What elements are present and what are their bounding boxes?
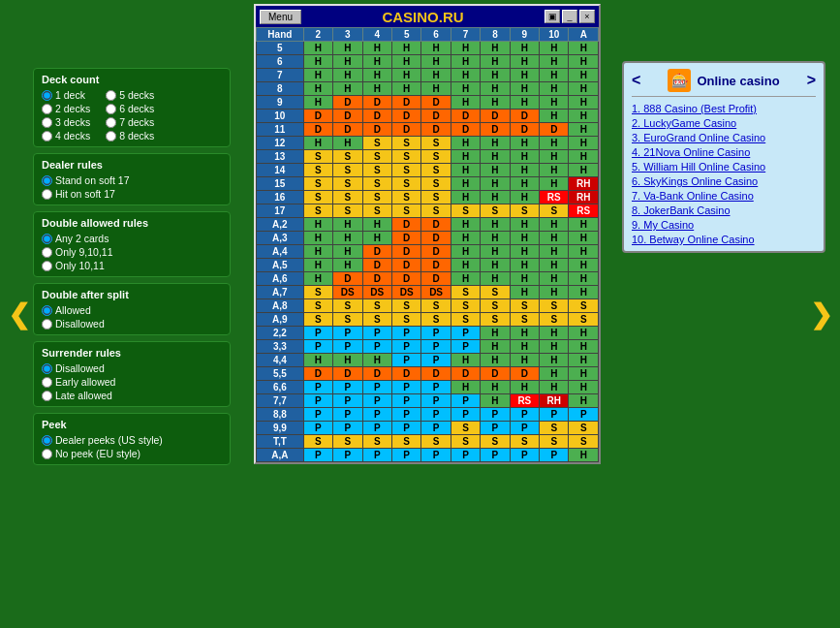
strategy-cell: S xyxy=(540,313,569,327)
strategy-cell: P xyxy=(333,340,362,354)
strategy-cell: D xyxy=(391,110,420,123)
strategy-cell: P xyxy=(303,340,332,354)
strategy-cell: H xyxy=(540,245,569,259)
strategy-cell: P xyxy=(362,327,391,340)
surrender-late-option[interactable]: Late allowed xyxy=(42,390,222,401)
strategy-cell: H xyxy=(510,150,539,164)
strategy-cell: P xyxy=(540,449,569,462)
double-10-11-option[interactable]: Only 10,11 xyxy=(42,260,222,271)
left-nav-arrow[interactable]: ❮ xyxy=(8,298,30,330)
right-nav-arrow[interactable]: ❯ xyxy=(810,298,832,330)
table-header-3: 3 xyxy=(333,28,362,42)
strategy-cell: S xyxy=(362,150,391,164)
casino-list-item-8[interactable]: 8. JokerBank Casino xyxy=(632,204,816,216)
surrender-early-option[interactable]: Early allowed xyxy=(42,376,222,388)
strategy-cell: H xyxy=(481,96,510,110)
table-header-2: 2 xyxy=(303,28,332,42)
strategy-cell: H xyxy=(569,394,599,408)
title-bar: Menu CASINO.RU ▣ _ × xyxy=(256,6,599,27)
strategy-cell: H xyxy=(303,96,332,110)
surrender-disallowed-option[interactable]: Disallowed xyxy=(42,362,222,374)
casino-list-item-6[interactable]: 6. SkyKings Online Casino xyxy=(632,175,816,187)
table-row: 9HDDDDHHHHH xyxy=(257,96,599,110)
strategy-cell: S xyxy=(540,435,569,449)
strategy-cell: H xyxy=(362,218,391,232)
peek-us-option[interactable]: Dealer peeks (US style) xyxy=(42,434,222,446)
casino-list-item-4[interactable]: 4. 21Nova Online Casino xyxy=(632,146,816,158)
casino-list-item-9[interactable]: 9. My Casino xyxy=(632,219,816,231)
strategy-cell: S xyxy=(540,422,569,435)
strategy-cell: H xyxy=(451,69,480,82)
casino-list-item-1[interactable]: 1. 888 Casino (Best Profit) xyxy=(632,103,816,114)
strategy-cell: H xyxy=(451,164,480,177)
hand-cell: 6 xyxy=(257,55,304,69)
strategy-cell: H xyxy=(540,110,569,123)
strategy-cell: H xyxy=(303,245,332,259)
double-9-10-11-option[interactable]: Only 9,10,11 xyxy=(42,246,222,258)
strategy-cell: P xyxy=(510,449,539,462)
strategy-cell: S xyxy=(333,191,362,204)
peek-eu-option[interactable]: No peek (EU style) xyxy=(42,448,222,459)
deck-4-option[interactable]: 4 decks xyxy=(42,130,90,141)
strategy-cell: H xyxy=(510,55,539,69)
strategy-cell: H xyxy=(333,55,362,69)
strategy-cell: H xyxy=(569,449,599,462)
strategy-cell: H xyxy=(391,42,420,55)
strategy-cell: H xyxy=(303,354,332,367)
das-allowed-option[interactable]: Allowed xyxy=(42,304,222,316)
deck-1-option[interactable]: 1 deck xyxy=(42,89,90,101)
stand-soft17-option[interactable]: Stand on soft 17 xyxy=(42,174,222,186)
strategy-cell: H xyxy=(510,381,539,394)
strategy-cell: H xyxy=(569,367,599,381)
strategy-cell: S xyxy=(362,137,391,150)
strategy-cell: S xyxy=(333,150,362,164)
casino-prev-arrow[interactable]: < xyxy=(632,72,640,89)
strategy-cell: D xyxy=(451,123,480,137)
deck-3-option[interactable]: 3 decks xyxy=(42,116,90,128)
menu-button[interactable]: Menu xyxy=(260,10,301,24)
casino-list-item-10[interactable]: 10. Betway Online Casino xyxy=(632,234,816,245)
casino-list-item-5[interactable]: 5. William Hill Online Casino xyxy=(632,161,816,173)
strategy-cell: D xyxy=(481,110,510,123)
strategy-cell: H xyxy=(362,354,391,367)
strategy-cell: H xyxy=(481,137,510,150)
minimize-button[interactable]: _ xyxy=(562,10,577,23)
strategy-cell: H xyxy=(540,272,569,286)
icon-button[interactable]: ▣ xyxy=(544,10,560,23)
strategy-cell: P xyxy=(391,327,420,340)
strategy-cell: P xyxy=(362,340,391,354)
das-disallowed-option[interactable]: Disallowed xyxy=(42,318,222,330)
casino-list-item-2[interactable]: 2. LuckyGame Casino xyxy=(632,117,816,129)
strategy-cell: P xyxy=(362,394,391,408)
strategy-cell: RS xyxy=(510,394,539,408)
hand-cell: 7 xyxy=(257,69,304,82)
deck-6-option[interactable]: 6 decks xyxy=(106,103,154,114)
deck-7-option[interactable]: 7 decks xyxy=(106,116,154,128)
strategy-cell: D xyxy=(421,123,451,137)
strategy-cell: DS xyxy=(421,286,451,299)
casino-list-item-7[interactable]: 7. Va-Bank Online Casino xyxy=(632,190,816,202)
deck-5-option[interactable]: 5 decks xyxy=(106,89,154,101)
strategy-cell: H xyxy=(481,150,510,164)
strategy-cell: H xyxy=(303,218,332,232)
close-button[interactable]: × xyxy=(579,10,595,23)
casino-list-item-3[interactable]: 3. EuroGrand Online Casino xyxy=(632,132,816,143)
strategy-cell: D xyxy=(303,367,332,381)
strategy-cell: P xyxy=(421,394,451,408)
strategy-cell: H xyxy=(451,218,480,232)
strategy-cell: P xyxy=(451,340,480,354)
online-casino-panel: < 🎰 Online casino > 1. 888 Casino (Best … xyxy=(622,61,825,253)
strategy-cell: DS xyxy=(362,286,391,299)
deck-2-option[interactable]: 2 decks xyxy=(42,103,90,114)
hit-soft17-option[interactable]: Hit on soft 17 xyxy=(42,188,222,200)
table-row: 16SSSSSHHHRSRH xyxy=(257,191,599,204)
strategy-cell: H xyxy=(362,232,391,245)
strategy-cell: S xyxy=(303,435,332,449)
strategy-cell: D xyxy=(391,218,420,232)
strategy-cell: P xyxy=(303,381,332,394)
hand-cell: 5 xyxy=(257,42,304,55)
deck-8-option[interactable]: 8 decks xyxy=(106,130,154,141)
casino-next-arrow[interactable]: > xyxy=(807,72,816,89)
strategy-cell: H xyxy=(510,218,539,232)
double-any2-option[interactable]: Any 2 cards xyxy=(42,233,222,244)
